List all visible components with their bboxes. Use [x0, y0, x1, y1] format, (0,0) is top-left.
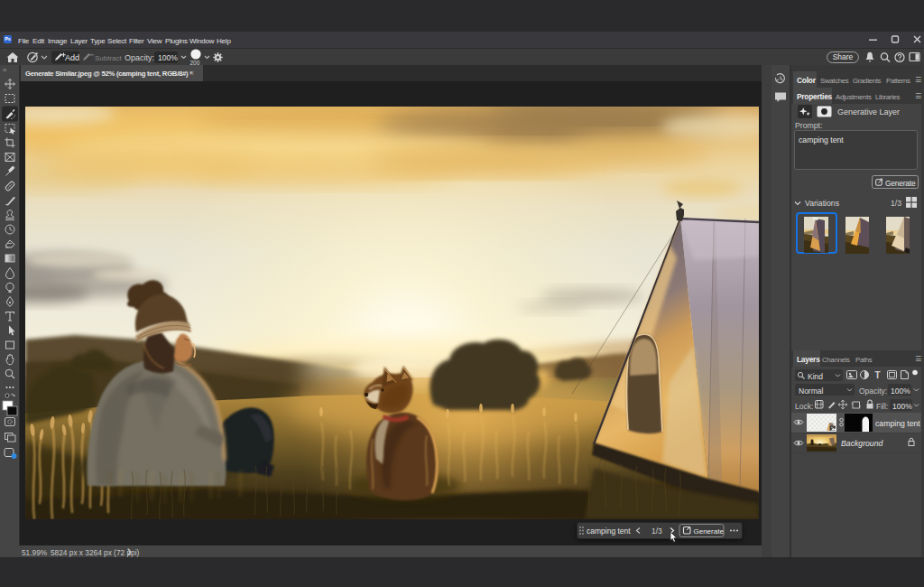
svg-text:T: T [875, 370, 881, 380]
svg-text:Subtract: Subtract [95, 54, 123, 62]
svg-text:1/3: 1/3 [651, 526, 662, 536]
svg-text:camping tent: camping tent [587, 526, 631, 536]
svg-text:Generate: Generate [694, 527, 725, 536]
svg-text:100%: 100% [158, 53, 178, 62]
svg-text:Add: Add [65, 53, 79, 62]
svg-text:Opacity:: Opacity: [125, 53, 154, 62]
